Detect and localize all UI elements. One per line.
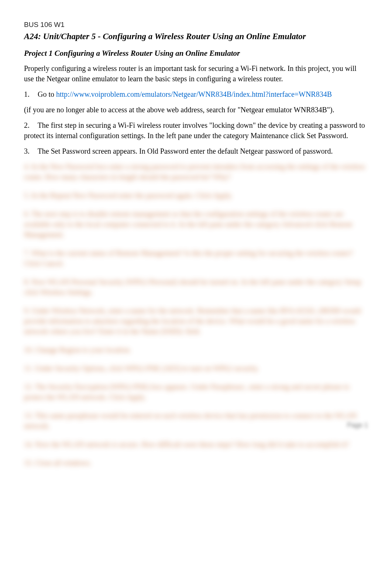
project-title: Project 1 Configuring a Wireless Router … [24,49,368,58]
blurred-content: 4. In the New Password box enter a stron… [24,161,368,468]
step-number: 3. [24,146,36,156]
step-13-blurred: 13. This same passphrase would be entere… [24,410,368,431]
step-6-blurred: 6. The next step is to disable remote ma… [24,209,368,240]
step-15-blurred: 15. Close all windows. [24,458,368,468]
step-text: Go to [38,90,56,98]
step-9-blurred: 9. Under Wireless Network, enter a name … [24,305,368,336]
document-title: A24: Unit/Chapter 5 - Configuring a Wire… [24,31,368,42]
page-number: Page 1 [347,421,368,429]
step-text: The first step in securing a Wi-Fi wirel… [24,121,365,140]
step-4-blurred: 4. In the New Password box enter a stron… [24,161,368,182]
step-11-blurred: 11. Under Security Options, click WPA2-P… [24,363,368,373]
step-10-blurred: 10. Change Region to your location. [24,345,368,355]
intro-paragraph: Properly configuring a wireless router i… [24,63,368,84]
document-page: BUS 106 W1 A24: Unit/Chapter 5 - Configu… [0,0,392,491]
step-number: 1. [24,89,36,99]
step-1-note: (if you are no longer able to access at … [24,105,368,115]
course-code: BUS 106 W1 [24,21,368,29]
step-14-blurred: 14. Now the WLAN network is secure. How … [24,439,368,449]
step-2: 2. The first step in securing a Wi-Fi wi… [24,120,368,141]
step-7-blurred: 7. What is the current status of Remote … [24,248,368,269]
step-text: The Set Password screen appears. In Old … [38,147,333,155]
step-number: 2. [24,120,36,130]
step-3: 3. The Set Password screen appears. In O… [24,146,368,156]
step-8-blurred: 8. Now WLAN Personal Security (WPA2-Pers… [24,277,368,297]
step-1: 1. Go to http://www.voiproblem.com/emula… [24,89,368,99]
step-12-blurred: 12. The Security Encryption (WPA2-PSK) b… [24,382,368,402]
step-5-blurred: 5. In the Repeat New Password enter the … [24,190,368,201]
emulator-link[interactable]: http://www.voiproblem.com/emulators/Netg… [56,90,332,98]
